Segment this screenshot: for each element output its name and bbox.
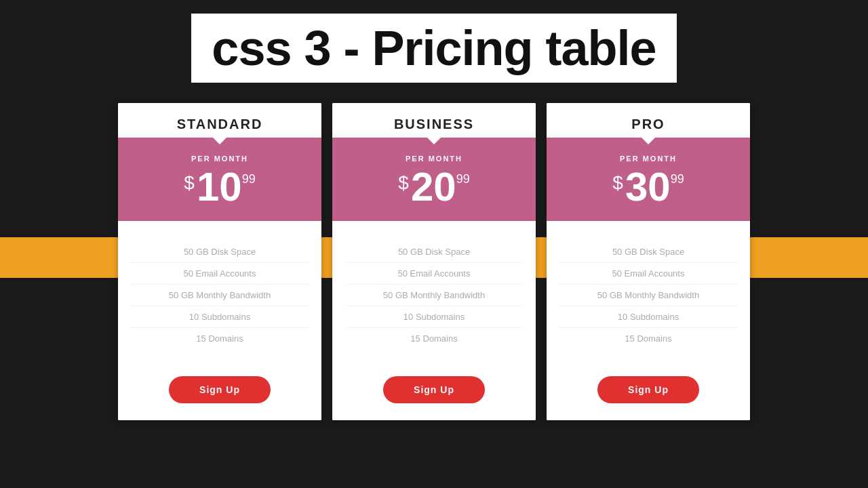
pricing-container: STANDARD PER MONTH $ 10 99 50 GB Disk Sp… [113, 103, 755, 420]
plan-name-standard: STANDARD [125, 117, 315, 132]
price-amount-pro: $ 30 99 [553, 167, 743, 207]
feature-item: 50 GB Monthly Bandwidth [560, 285, 736, 306]
feature-item: 15 Domains [560, 328, 736, 349]
feature-item: 50 Email Accounts [560, 263, 736, 285]
price-integer-business: 20 [411, 167, 456, 207]
plan-name-pro: PRO [553, 117, 743, 132]
pricing-card-business: BUSINESS PER MONTH $ 20 99 50 GB Disk Sp… [332, 103, 536, 420]
feature-item: 10 Subdomains [132, 306, 308, 328]
price-decimal-pro: 99 [671, 172, 684, 186]
plan-name-business: BUSINESS [339, 117, 529, 132]
feature-item: 10 Subdomains [346, 306, 522, 328]
feature-item: 15 Domains [132, 328, 308, 349]
page-title: css 3 - Pricing table [212, 20, 656, 76]
feature-item: 50 GB Monthly Bandwidth [132, 285, 308, 306]
signup-button-business[interactable]: Sign Up [383, 376, 485, 403]
price-amount-business: $ 20 99 [339, 167, 529, 207]
page-container: css 3 - Pricing table STANDARD PER MONTH… [0, 0, 868, 420]
feature-item: 50 GB Disk Space [132, 241, 308, 263]
price-integer-standard: 10 [197, 167, 242, 207]
signup-button-standard[interactable]: Sign Up [169, 376, 271, 403]
card-header-pro: PRO [547, 103, 750, 132]
feature-item: 15 Domains [346, 328, 522, 349]
price-decimal-standard: 99 [242, 172, 256, 186]
price-section-standard: PER MONTH $ 10 99 [118, 138, 321, 221]
features-list-pro: 50 GB Disk Space 50 Email Accounts 50 GB… [547, 221, 750, 363]
signup-container-business: Sign Up [332, 363, 536, 420]
card-header-standard: STANDARD [118, 103, 321, 132]
price-amount-standard: $ 10 99 [125, 167, 315, 207]
features-list-business: 50 GB Disk Space 50 Email Accounts 50 GB… [332, 221, 536, 363]
feature-item: 50 Email Accounts [346, 263, 522, 285]
per-month-label-business: PER MONTH [339, 155, 529, 163]
price-decimal-business: 99 [456, 172, 470, 186]
currency-symbol-pro: $ [612, 172, 623, 194]
signup-button-pro[interactable]: Sign Up [597, 376, 699, 403]
currency-symbol-business: $ [398, 172, 409, 194]
per-month-label-pro: PER MONTH [553, 155, 743, 163]
card-header-business: BUSINESS [332, 103, 536, 132]
price-section-business: PER MONTH $ 20 99 [332, 138, 536, 221]
features-list-standard: 50 GB Disk Space 50 Email Accounts 50 GB… [118, 221, 321, 363]
title-box: css 3 - Pricing table [191, 14, 676, 83]
price-integer-pro: 30 [625, 167, 671, 207]
price-section-pro: PER MONTH $ 30 99 [547, 138, 750, 221]
pricing-card-standard: STANDARD PER MONTH $ 10 99 50 GB Disk Sp… [118, 103, 321, 420]
feature-item: 50 GB Disk Space [346, 241, 522, 263]
signup-container-standard: Sign Up [118, 363, 321, 420]
signup-container-pro: Sign Up [547, 363, 750, 420]
feature-item: 50 Email Accounts [132, 263, 308, 285]
per-month-label-standard: PER MONTH [125, 155, 315, 163]
feature-item: 10 Subdomains [560, 306, 736, 328]
currency-symbol-standard: $ [184, 172, 195, 194]
pricing-card-pro: PRO PER MONTH $ 30 99 50 GB Disk Space 5… [547, 103, 750, 420]
feature-item: 50 GB Monthly Bandwidth [346, 285, 522, 306]
feature-item: 50 GB Disk Space [560, 241, 736, 263]
